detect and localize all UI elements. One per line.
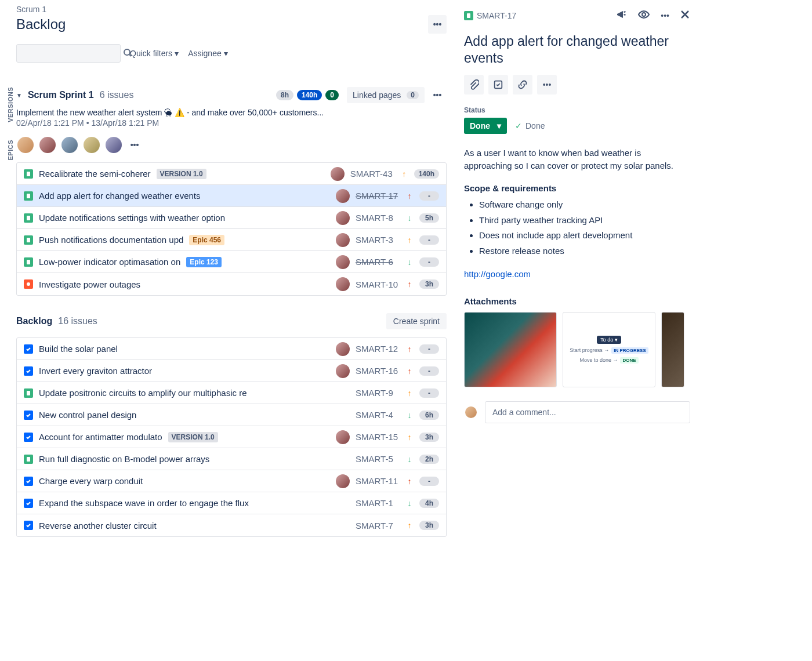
avatar[interactable] (82, 136, 101, 154)
epics-tab[interactable]: EPICS (0, 140, 14, 161)
scope-item: Restore release notes (479, 245, 690, 258)
issue-row[interactable]: Reverse another cluster circuitSMART-7↑3… (17, 514, 446, 536)
backlog-name: Backlog (16, 316, 52, 326)
estimate-badge: 3h (419, 521, 439, 530)
assignee-avatar[interactable] (336, 474, 350, 488)
issue-title: Push notifications documentation upd (39, 235, 183, 245)
assignee-avatar[interactable] (331, 167, 345, 181)
priority-icon: ↑ (400, 169, 408, 179)
issue-key[interactable]: SMART-17 (356, 191, 400, 201)
assignee-avatar[interactable] (336, 277, 350, 291)
avatar[interactable] (16, 136, 35, 154)
svg-rect-2 (27, 172, 30, 176)
issue-row[interactable]: Invert every graviton attractorSMART-16↑… (17, 360, 446, 382)
issue-row[interactable]: Run full diagnostic on B-model power arr… (17, 448, 446, 470)
watch-icon[interactable] (637, 8, 650, 23)
issue-key[interactable]: SMART-4 (356, 410, 400, 420)
attach-button[interactable] (464, 75, 484, 95)
attachment-thumbnail[interactable] (464, 312, 557, 387)
detail-actions-more-button[interactable]: ••• (537, 75, 557, 95)
avatar[interactable] (60, 136, 79, 154)
attachment-thumbnail[interactable] (661, 312, 684, 387)
versions-tab[interactable]: VERSIONS (0, 87, 14, 122)
assignee-avatar[interactable] (336, 430, 350, 444)
issue-key[interactable]: SMART-8 (356, 213, 400, 223)
issue-row[interactable]: Build the solar panelSMART-12↑- (17, 338, 446, 360)
status-dropdown[interactable]: Done ▾ (464, 118, 507, 134)
task-icon (24, 344, 33, 354)
issue-key[interactable]: SMART-6 (356, 257, 400, 267)
attachment-thumbnail[interactable]: To do ▾ Start progress →IN PROGRESS Move… (563, 312, 655, 387)
issue-row[interactable]: Account for antimatter modulatoVERSION 1… (17, 426, 446, 448)
issue-key[interactable]: SMART-15 (356, 432, 400, 442)
story-icon (24, 235, 33, 245)
avatars-more-button[interactable]: ••• (126, 138, 143, 152)
issue-key[interactable]: SMART-11 (356, 476, 400, 486)
assignee-avatar[interactable] (336, 342, 350, 356)
sprint-goal: Implement the new weather alert system 🌦… (16, 108, 447, 117)
breadcrumb[interactable]: Scrum 1 (16, 5, 447, 14)
issue-row[interactable]: Add app alert for changed weather events… (17, 185, 446, 207)
issue-row[interactable]: Charge every warp conduitSMART-11↑- (17, 470, 446, 492)
epic-tag[interactable]: Epic 123 (186, 257, 222, 267)
issue-title: Account for antimatter modulato (39, 432, 162, 442)
detail-more-button[interactable]: ••• (661, 11, 669, 20)
assignee-avatar[interactable] (336, 255, 350, 269)
task-icon (24, 499, 33, 508)
issue-row[interactable]: Update positronic circuits to amplify ou… (17, 382, 446, 404)
issue-key[interactable]: SMART-1 (356, 498, 400, 508)
subtask-button[interactable] (488, 75, 508, 95)
issue-key[interactable]: SMART-9 (356, 388, 400, 398)
issue-key[interactable]: SMART-5 (356, 454, 400, 464)
issue-row[interactable]: New control panel designSMART-4↓6h (17, 404, 446, 426)
estimate-badge: - (419, 191, 439, 201)
priority-icon: ↓ (405, 257, 414, 267)
svg-point-11 (642, 13, 646, 16)
issue-title: New control panel design (39, 410, 136, 420)
sprint-more-button[interactable]: ••• (428, 86, 447, 104)
search-input[interactable] (21, 49, 123, 58)
issue-row[interactable]: Push notifications documentation updEpic… (17, 229, 446, 251)
issue-key[interactable]: SMART-3 (356, 235, 400, 245)
backlog-issue-count: 16 issues (58, 316, 97, 326)
issue-key[interactable]: SMART-43 (350, 169, 394, 179)
sprint-name[interactable]: Scrum Sprint 1 (28, 90, 94, 100)
create-sprint-button[interactable]: Create sprint (386, 313, 447, 329)
detail-title[interactable]: Add app alert for changed weather events (464, 33, 690, 67)
issue-row[interactable]: Recalibrate the semi-cohererVERSION 1.0S… (17, 163, 446, 185)
linked-pages-button[interactable]: Linked pages 0 (347, 87, 425, 103)
issue-key[interactable]: SMART-16 (356, 366, 400, 376)
issue-row[interactable]: Investigate power outagesSMART-10↑3h (17, 273, 446, 295)
link-button[interactable] (513, 75, 532, 95)
detail-description[interactable]: As a user I want to know when bad weathe… (464, 147, 690, 173)
scope-item: Software change only (479, 198, 690, 212)
quick-filters-button[interactable]: Quick filters ▾ (130, 49, 179, 58)
avatar[interactable] (38, 136, 57, 154)
issue-row[interactable]: Low-power indicator optimasation onEpic … (17, 251, 446, 273)
epic-tag[interactable]: VERSION 1.0 (157, 169, 206, 179)
issue-row[interactable]: Expand the subspace wave in order to eng… (17, 492, 446, 514)
page-title: Backlog (16, 16, 66, 32)
assignee-avatar[interactable] (336, 211, 350, 225)
detail-issue-key[interactable]: SMART-17 (464, 11, 516, 20)
assignee-filter-button[interactable]: Assignee ▾ (188, 49, 228, 58)
assignee-avatar[interactable] (336, 189, 350, 203)
close-icon[interactable] (680, 9, 690, 21)
search-input-wrapper (16, 44, 121, 63)
comment-input[interactable]: Add a comment... (485, 401, 690, 423)
issue-key[interactable]: SMART-10 (356, 279, 400, 289)
sprint-toggle-icon[interactable]: ▼ (16, 92, 22, 99)
assignee-avatar[interactable] (336, 364, 350, 378)
page-more-button[interactable]: ••• (428, 15, 447, 34)
avatar[interactable] (104, 136, 123, 154)
issue-key[interactable]: SMART-7 (356, 521, 400, 531)
epic-tag[interactable]: VERSION 1.0 (168, 432, 218, 442)
feedback-icon[interactable] (615, 9, 627, 22)
description-link[interactable]: http://google.com (464, 268, 531, 281)
assignee-avatar[interactable] (336, 233, 350, 247)
issue-row[interactable]: Update notifications settings with weath… (17, 207, 446, 229)
epic-tag[interactable]: Epic 456 (189, 235, 224, 245)
issue-key[interactable]: SMART-12 (356, 344, 400, 354)
issue-title: Run full diagnostic on B-model power arr… (39, 454, 209, 464)
estimate-badge: 3h (419, 279, 439, 289)
